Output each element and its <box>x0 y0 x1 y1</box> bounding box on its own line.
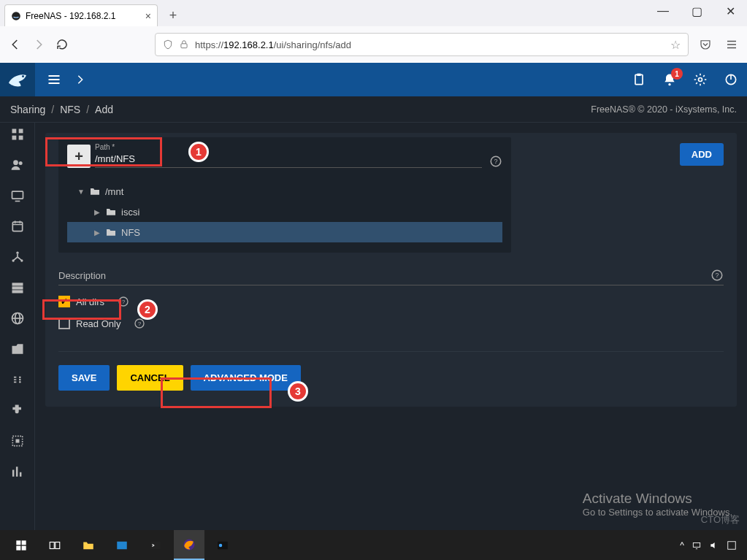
folder-icon <box>105 226 117 238</box>
tab-favicon-icon <box>11 11 21 21</box>
svg-rect-1 <box>181 44 187 48</box>
task-view-icon[interactable] <box>39 530 70 560</box>
url-box[interactable]: https://192.168.2.1/ui/sharing/nfs/add ☆ <box>155 33 689 56</box>
path-input[interactable] <box>95 149 482 168</box>
tray-network-icon[interactable] <box>692 540 702 551</box>
svg-point-24 <box>19 376 21 378</box>
nav-jails-icon[interactable] <box>10 434 25 448</box>
svg-rect-44 <box>150 541 161 549</box>
path-tree-box: + Path * ? ▼ /mnt <box>58 137 511 253</box>
notifications-icon[interactable]: 1 <box>662 72 677 87</box>
svg-text:?: ? <box>122 299 126 305</box>
tab-close-icon[interactable]: × <box>145 10 151 22</box>
clipboard-icon[interactable] <box>632 72 646 87</box>
breadcrumb-sharing[interactable]: Sharing <box>10 104 45 115</box>
tray-chevron-icon[interactable]: ^ <box>680 540 684 551</box>
firefox-icon[interactable] <box>174 530 204 560</box>
brand-logo[interactable] <box>0 63 35 96</box>
breadcrumb-sep: / <box>86 104 89 115</box>
browser-chrome: FreeNAS - 192.168.2.1 × + — ▢ ✕ https://… <box>0 0 747 63</box>
nav-network-icon[interactable] <box>10 250 25 264</box>
path-help-icon[interactable]: ? <box>489 155 502 168</box>
svg-rect-40 <box>22 545 26 550</box>
nav-sharing-icon[interactable] <box>10 342 25 356</box>
svg-point-2 <box>22 75 24 77</box>
description-help-icon[interactable]: ? <box>710 269 724 282</box>
save-button[interactable]: SAVE <box>58 365 110 391</box>
power-icon[interactable] <box>724 72 738 87</box>
window-maximize-button[interactable]: ▢ <box>680 0 713 22</box>
new-tab-button[interactable]: + <box>162 4 184 26</box>
cancel-button[interactable]: CANCEL <box>117 365 183 391</box>
tree-node-mnt[interactable]: ▼ /mnt <box>67 181 502 202</box>
add-button[interactable]: ADD <box>680 143 724 166</box>
nav-reporting-icon[interactable] <box>10 464 25 479</box>
taskbar-app-icon[interactable] <box>107 530 137 560</box>
nav-system-icon[interactable] <box>10 188 25 203</box>
nav-directory-icon[interactable] <box>10 311 25 326</box>
svg-rect-38 <box>22 540 26 545</box>
read-only-help-icon[interactable]: ? <box>134 318 145 329</box>
app-menu-icon[interactable] <box>725 38 738 51</box>
nav-back-icon[interactable] <box>9 38 22 51</box>
svg-point-5 <box>668 83 670 85</box>
tray-ime-icon[interactable] <box>727 540 737 551</box>
address-bar: https://192.168.2.1/ui/sharing/nfs/add ☆ <box>0 26 747 63</box>
freenas-app: 1 Sharing / NFS / Add FreeNAS® © 2020 - … <box>0 63 747 530</box>
nav-forward-icon <box>32 38 45 51</box>
svg-point-47 <box>219 543 223 547</box>
svg-rect-10 <box>12 136 16 140</box>
notification-badge: 1 <box>671 68 683 80</box>
path-add-icon[interactable]: + <box>67 145 91 168</box>
read-only-checkbox[interactable] <box>58 318 70 329</box>
settings-gear-icon[interactable] <box>693 72 708 87</box>
all-dirs-checkbox[interactable]: ✓ <box>58 296 70 307</box>
window-minimize-button[interactable]: — <box>646 0 680 22</box>
nav-plugins-icon[interactable] <box>10 403 25 418</box>
menu-toggle-icon[interactable] <box>47 72 61 87</box>
nav-reload-icon[interactable] <box>55 38 69 51</box>
terminal-icon[interactable] <box>140 530 171 560</box>
svg-rect-4 <box>637 74 641 76</box>
browser-tab[interactable]: FreeNAS - 192.168.2.1 × <box>4 4 158 26</box>
svg-point-13 <box>18 161 22 165</box>
nav-services-icon[interactable] <box>10 372 25 387</box>
tree-node-nfs[interactable]: ▶ NFS <box>67 222 502 242</box>
svg-text:?: ? <box>715 272 719 279</box>
nav-storage-icon[interactable] <box>10 280 25 295</box>
description-label[interactable]: Description ? <box>58 269 724 285</box>
side-nav <box>0 123 35 530</box>
tab-strip: FreeNAS - 192.168.2.1 × + <box>0 0 747 26</box>
breadcrumb-row: Sharing / NFS / Add FreeNAS® © 2020 - iX… <box>0 96 747 123</box>
nav-dashboard-icon[interactable] <box>10 127 25 142</box>
svg-text:?: ? <box>494 158 497 165</box>
lock-icon <box>179 39 189 50</box>
advanced-mode-button[interactable]: ADVANCED MODE <box>191 365 301 391</box>
window-close-button[interactable]: ✕ <box>713 0 747 22</box>
svg-point-0 <box>12 12 20 20</box>
shield-icon <box>163 39 173 50</box>
pocket-icon[interactable] <box>699 38 712 51</box>
svg-rect-49 <box>728 541 736 549</box>
tree-node-iscsi[interactable]: ▶ iscsi <box>67 202 502 222</box>
svg-rect-8 <box>12 129 16 134</box>
svg-rect-11 <box>18 136 23 140</box>
breadcrumb-nfs[interactable]: NFS <box>60 104 80 115</box>
all-dirs-help-icon[interactable]: ? <box>118 296 129 307</box>
svg-rect-9 <box>18 129 23 134</box>
svg-rect-20 <box>12 286 23 289</box>
folder-tree: ▼ /mnt ▶ iscsi ▶ NFS <box>67 181 502 242</box>
file-explorer-icon[interactable] <box>73 530 104 560</box>
svg-rect-21 <box>12 290 23 293</box>
all-dirs-row: ✓ All dirs ? <box>58 296 724 307</box>
breadcrumb-forward-icon[interactable] <box>74 74 86 85</box>
system-tray[interactable]: ^ <box>680 540 741 551</box>
read-only-row: Read Only ? <box>58 318 724 329</box>
mobaxterm-icon[interactable] <box>207 530 238 560</box>
nav-accounts-icon[interactable] <box>10 158 25 172</box>
bookmark-star-icon[interactable]: ☆ <box>670 38 681 52</box>
svg-rect-19 <box>12 283 23 285</box>
start-button[interactable] <box>6 530 37 560</box>
tray-volume-icon[interactable] <box>709 540 719 551</box>
nav-tasks-icon[interactable] <box>10 219 25 234</box>
